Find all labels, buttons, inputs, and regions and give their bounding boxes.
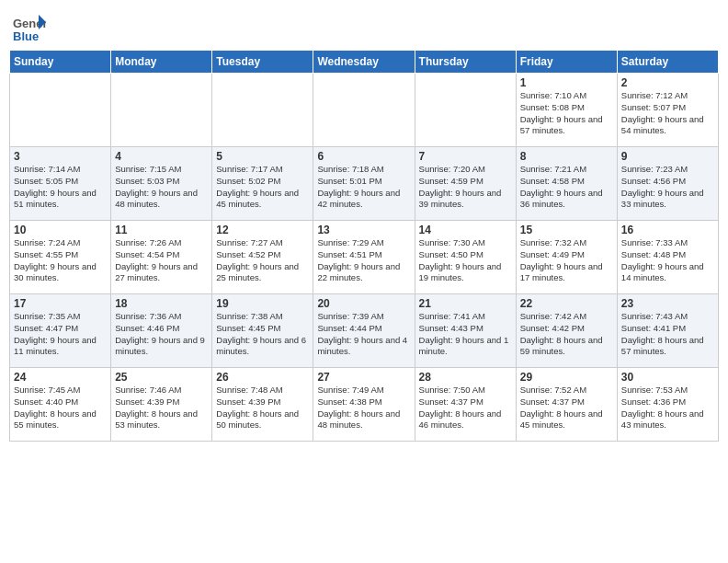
day-header-saturday: Saturday <box>617 51 718 74</box>
calendar-cell: 22Sunrise: 7:42 AM Sunset: 4:42 PM Dayli… <box>516 294 617 368</box>
day-header-tuesday: Tuesday <box>212 51 313 74</box>
calendar-week-row: 3Sunrise: 7:14 AM Sunset: 5:05 PM Daylig… <box>10 147 719 221</box>
calendar-cell: 4Sunrise: 7:15 AM Sunset: 5:03 PM Daylig… <box>111 147 212 221</box>
calendar-cell: 26Sunrise: 7:48 AM Sunset: 4:39 PM Dayli… <box>212 368 313 442</box>
calendar-cell: 13Sunrise: 7:29 AM Sunset: 4:51 PM Dayli… <box>313 221 415 294</box>
day-number: 15 <box>520 224 613 236</box>
day-info: Sunrise: 7:12 AM Sunset: 5:07 PM Dayligh… <box>621 90 714 137</box>
day-info: Sunrise: 7:27 AM Sunset: 4:52 PM Dayligh… <box>216 237 309 284</box>
calendar-cell: 19Sunrise: 7:38 AM Sunset: 4:45 PM Dayli… <box>212 294 313 368</box>
day-info: Sunrise: 7:50 AM Sunset: 4:37 PM Dayligh… <box>419 385 512 431</box>
day-number: 26 <box>216 371 309 384</box>
day-info: Sunrise: 7:38 AM Sunset: 4:45 PM Dayligh… <box>216 311 309 358</box>
calendar-header-row: SundayMondayTuesdayWednesdayThursdayFrid… <box>10 51 719 74</box>
day-info: Sunrise: 7:46 AM Sunset: 4:39 PM Dayligh… <box>115 385 208 431</box>
page-header: General Blue <box>9 9 719 46</box>
day-info: Sunrise: 7:53 AM Sunset: 4:36 PM Dayligh… <box>621 385 714 431</box>
day-number: 30 <box>621 371 714 384</box>
day-info: Sunrise: 7:26 AM Sunset: 4:54 PM Dayligh… <box>115 237 208 284</box>
calendar-cell <box>415 74 516 147</box>
calendar-cell: 5Sunrise: 7:17 AM Sunset: 5:02 PM Daylig… <box>212 147 313 221</box>
day-number: 24 <box>14 371 107 384</box>
day-number: 3 <box>14 150 107 163</box>
day-info: Sunrise: 7:49 AM Sunset: 4:38 PM Dayligh… <box>317 385 410 431</box>
calendar-cell: 8Sunrise: 7:21 AM Sunset: 4:58 PM Daylig… <box>516 147 617 221</box>
day-info: Sunrise: 7:21 AM Sunset: 4:58 PM Dayligh… <box>520 164 613 211</box>
day-number: 28 <box>419 371 512 384</box>
calendar-cell: 7Sunrise: 7:20 AM Sunset: 4:59 PM Daylig… <box>415 147 516 221</box>
calendar-cell: 30Sunrise: 7:53 AM Sunset: 4:36 PM Dayli… <box>617 368 718 442</box>
logo: General Blue <box>13 13 48 46</box>
day-number: 22 <box>520 297 613 310</box>
calendar-cell: 17Sunrise: 7:35 AM Sunset: 4:47 PM Dayli… <box>10 294 111 368</box>
day-number: 8 <box>520 150 613 163</box>
calendar-cell: 14Sunrise: 7:30 AM Sunset: 4:50 PM Dayli… <box>415 221 516 294</box>
day-info: Sunrise: 7:48 AM Sunset: 4:39 PM Dayligh… <box>216 385 309 431</box>
day-number: 19 <box>216 297 309 310</box>
calendar-cell: 24Sunrise: 7:45 AM Sunset: 4:40 PM Dayli… <box>10 368 111 442</box>
day-info: Sunrise: 7:10 AM Sunset: 5:08 PM Dayligh… <box>520 90 613 137</box>
day-number: 27 <box>317 371 410 384</box>
day-info: Sunrise: 7:17 AM Sunset: 5:02 PM Dayligh… <box>216 164 309 211</box>
day-header-friday: Friday <box>516 51 617 74</box>
calendar-cell: 10Sunrise: 7:24 AM Sunset: 4:55 PM Dayli… <box>10 221 111 294</box>
day-info: Sunrise: 7:42 AM Sunset: 4:42 PM Dayligh… <box>520 311 613 358</box>
day-number: 18 <box>115 297 208 310</box>
day-number: 23 <box>621 297 714 310</box>
day-info: Sunrise: 7:52 AM Sunset: 4:37 PM Dayligh… <box>520 385 613 431</box>
day-header-monday: Monday <box>111 51 212 74</box>
calendar-cell: 15Sunrise: 7:32 AM Sunset: 4:49 PM Dayli… <box>516 221 617 294</box>
calendar-week-row: 17Sunrise: 7:35 AM Sunset: 4:47 PM Dayli… <box>10 294 719 368</box>
day-info: Sunrise: 7:15 AM Sunset: 5:03 PM Dayligh… <box>115 164 208 211</box>
day-info: Sunrise: 7:14 AM Sunset: 5:05 PM Dayligh… <box>14 164 107 211</box>
svg-text:Blue: Blue <box>13 29 39 43</box>
day-number: 14 <box>419 224 512 236</box>
day-number: 6 <box>317 150 410 163</box>
calendar-cell: 27Sunrise: 7:49 AM Sunset: 4:38 PM Dayli… <box>313 368 415 442</box>
day-number: 12 <box>216 224 309 236</box>
day-number: 16 <box>621 224 714 236</box>
day-info: Sunrise: 7:41 AM Sunset: 4:43 PM Dayligh… <box>419 311 512 358</box>
calendar-week-row: 10Sunrise: 7:24 AM Sunset: 4:55 PM Dayli… <box>10 221 719 294</box>
calendar-cell: 29Sunrise: 7:52 AM Sunset: 4:37 PM Dayli… <box>516 368 617 442</box>
calendar-cell: 1Sunrise: 7:10 AM Sunset: 5:08 PM Daylig… <box>516 74 617 147</box>
day-number: 2 <box>621 76 714 89</box>
day-number: 1 <box>520 76 613 89</box>
calendar-cell: 21Sunrise: 7:41 AM Sunset: 4:43 PM Dayli… <box>415 294 516 368</box>
day-info: Sunrise: 7:36 AM Sunset: 4:46 PM Dayligh… <box>115 311 208 358</box>
day-info: Sunrise: 7:35 AM Sunset: 4:47 PM Dayligh… <box>14 311 107 358</box>
day-info: Sunrise: 7:20 AM Sunset: 4:59 PM Dayligh… <box>419 164 512 211</box>
calendar-cell <box>111 74 212 147</box>
calendar-week-row: 24Sunrise: 7:45 AM Sunset: 4:40 PM Dayli… <box>10 368 719 442</box>
calendar-cell: 2Sunrise: 7:12 AM Sunset: 5:07 PM Daylig… <box>617 74 718 147</box>
calendar-cell: 20Sunrise: 7:39 AM Sunset: 4:44 PM Dayli… <box>313 294 415 368</box>
calendar-cell: 11Sunrise: 7:26 AM Sunset: 4:54 PM Dayli… <box>111 221 212 294</box>
day-number: 11 <box>115 224 208 236</box>
calendar-cell: 3Sunrise: 7:14 AM Sunset: 5:05 PM Daylig… <box>10 147 111 221</box>
day-number: 9 <box>621 150 714 163</box>
day-info: Sunrise: 7:43 AM Sunset: 4:41 PM Dayligh… <box>621 311 714 358</box>
calendar-cell: 23Sunrise: 7:43 AM Sunset: 4:41 PM Dayli… <box>617 294 718 368</box>
day-number: 10 <box>14 224 107 236</box>
day-number: 4 <box>115 150 208 163</box>
day-number: 5 <box>216 150 309 163</box>
day-info: Sunrise: 7:24 AM Sunset: 4:55 PM Dayligh… <box>14 237 107 284</box>
calendar-cell: 18Sunrise: 7:36 AM Sunset: 4:46 PM Dayli… <box>111 294 212 368</box>
day-number: 29 <box>520 371 613 384</box>
day-number: 7 <box>419 150 512 163</box>
day-info: Sunrise: 7:29 AM Sunset: 4:51 PM Dayligh… <box>317 237 410 284</box>
calendar-table: SundayMondayTuesdayWednesdayThursdayFrid… <box>9 50 719 442</box>
day-info: Sunrise: 7:32 AM Sunset: 4:49 PM Dayligh… <box>520 237 613 284</box>
calendar-cell: 12Sunrise: 7:27 AM Sunset: 4:52 PM Dayli… <box>212 221 313 294</box>
day-header-wednesday: Wednesday <box>313 51 415 74</box>
day-info: Sunrise: 7:18 AM Sunset: 5:01 PM Dayligh… <box>317 164 410 211</box>
day-info: Sunrise: 7:23 AM Sunset: 4:56 PM Dayligh… <box>621 164 714 211</box>
calendar-week-row: 1Sunrise: 7:10 AM Sunset: 5:08 PM Daylig… <box>10 74 719 147</box>
calendar-body: 1Sunrise: 7:10 AM Sunset: 5:08 PM Daylig… <box>10 74 719 442</box>
day-info: Sunrise: 7:45 AM Sunset: 4:40 PM Dayligh… <box>14 385 107 431</box>
day-number: 17 <box>14 297 107 310</box>
calendar-cell <box>313 74 415 147</box>
calendar-cell: 28Sunrise: 7:50 AM Sunset: 4:37 PM Dayli… <box>415 368 516 442</box>
day-info: Sunrise: 7:39 AM Sunset: 4:44 PM Dayligh… <box>317 311 410 358</box>
day-number: 25 <box>115 371 208 384</box>
